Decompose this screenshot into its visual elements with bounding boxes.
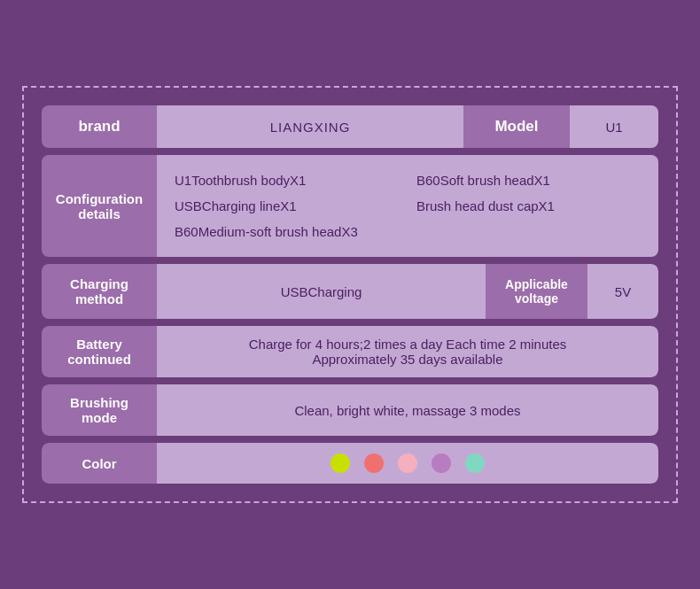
color-row: Color — [42, 443, 658, 484]
brand-value: LIANGXING — [157, 105, 463, 148]
config-item-5: B60Medium-soft brush headX3 — [175, 224, 399, 239]
product-table: brand LIANGXING Model U1 Configurationde… — [22, 86, 678, 503]
config-item-2: B60Soft brush headX1 — [416, 173, 641, 188]
color-label: Color — [42, 443, 157, 484]
charging-row: Chargingmethod USBCharging Applicablevol… — [42, 264, 658, 319]
config-label: Configurationdetails — [42, 155, 157, 257]
battery-row: Batterycontinued Charge for 4 hours;2 ti… — [42, 326, 658, 377]
config-row: Configurationdetails U1Toothbrush bodyX1… — [42, 155, 658, 257]
config-value: U1Toothbrush bodyX1 B60Soft brush headX1… — [157, 155, 658, 257]
brand-label: brand — [42, 105, 157, 148]
color-value — [157, 443, 658, 484]
color-dot-mint — [465, 453, 485, 473]
color-dots — [331, 453, 485, 473]
model-label: Model — [463, 105, 570, 148]
brushing-value: Clean, bright white, massage 3 modes — [157, 384, 658, 436]
brand-row: brand LIANGXING Model U1 — [42, 105, 658, 148]
config-item-4: Brush head dust capX1 — [416, 198, 641, 213]
battery-value: Charge for 4 hours;2 times a day Each ti… — [157, 326, 658, 377]
model-value: U1 — [570, 105, 658, 148]
brushing-label: Brushingmode — [42, 384, 157, 436]
charging-value: USBCharging — [157, 264, 486, 319]
color-dot-purple — [432, 453, 451, 473]
voltage-value: 5V — [587, 264, 658, 319]
brushing-row: Brushingmode Clean, bright white, massag… — [42, 384, 658, 436]
color-dot-light-pink — [398, 453, 417, 473]
battery-label: Batterycontinued — [42, 326, 157, 377]
color-dot-pink-red — [364, 453, 384, 473]
config-item-3: USBCharging lineX1 — [175, 198, 399, 213]
charging-label: Chargingmethod — [42, 264, 157, 319]
config-item-1: U1Toothbrush bodyX1 — [175, 173, 399, 188]
color-dot-yellow-green — [331, 453, 350, 473]
voltage-label: Applicablevoltage — [486, 264, 587, 319]
